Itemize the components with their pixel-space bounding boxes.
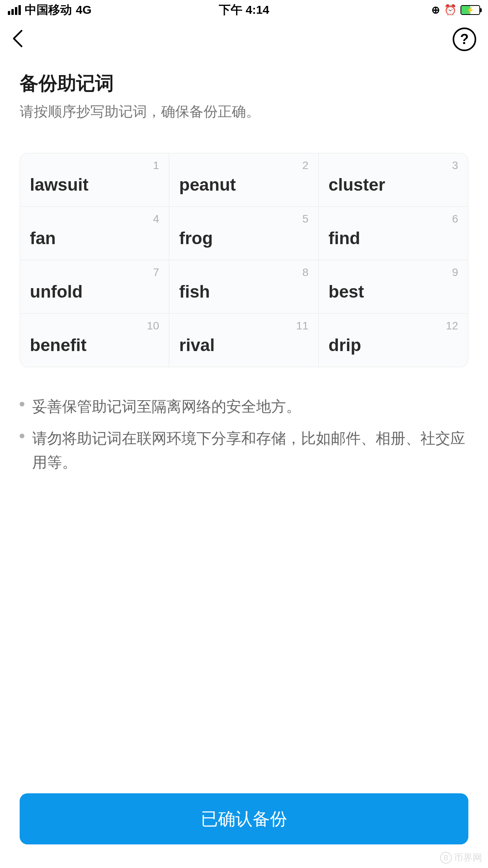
tip-text: 妥善保管助记词至隔离网络的安全地方。: [32, 395, 301, 419]
mnemonic-word: benefit: [30, 335, 159, 355]
mnemonic-word: peanut: [179, 175, 308, 195]
chevron-left-icon: [12, 29, 24, 48]
mnemonic-cell: 9 best: [319, 260, 468, 314]
status-right: ⊕ ⏰ ⚡: [431, 4, 480, 16]
page-title: 备份助记词: [20, 71, 468, 96]
mnemonic-cell: 10 benefit: [20, 314, 169, 367]
battery-icon: ⚡: [460, 5, 480, 15]
mnemonic-cell: 1 lawsuit: [20, 153, 169, 207]
mnemonic-cell: 3 cluster: [319, 153, 468, 207]
status-time: 下午 4:14: [219, 2, 269, 18]
mnemonic-index: 6: [328, 213, 458, 225]
status-bar: 中国移动 4G 下午 4:14 ⊕ ⏰ ⚡: [0, 0, 488, 20]
mnemonic-word: rival: [179, 335, 308, 355]
tip-item: 请勿将助记词在联网环境下分享和存储，比如邮件、相册、社交应用等。: [20, 427, 468, 474]
mnemonic-index: 12: [328, 320, 458, 332]
watermark: B 币界网: [440, 851, 482, 864]
mnemonic-index: 1: [30, 159, 159, 172]
mnemonic-cell: 12 drip: [319, 314, 468, 367]
mnemonic-word: cluster: [328, 175, 458, 195]
signal-icon: [8, 5, 21, 15]
page-header: 备份助记词 请按顺序抄写助记词，确保备份正确。: [0, 59, 488, 137]
mnemonic-index: 2: [179, 159, 308, 172]
mnemonic-index: 9: [328, 266, 458, 279]
help-button[interactable]: ?: [453, 28, 476, 51]
carrier-label: 中国移动: [25, 2, 72, 18]
page-subtitle: 请按顺序抄写助记词，确保备份正确。: [20, 102, 468, 121]
nav-bar: ?: [0, 20, 488, 59]
bullet-icon: [20, 434, 24, 438]
status-left: 中国移动 4G: [8, 2, 92, 18]
mnemonic-word: find: [328, 228, 458, 248]
mnemonic-word: drip: [328, 335, 458, 355]
mnemonic-index: 3: [328, 159, 458, 172]
mnemonic-grid: 1 lawsuit 2 peanut 3 cluster 4 fan 5 fro…: [20, 153, 468, 367]
mnemonic-cell: 6 find: [319, 207, 468, 260]
mnemonic-index: 5: [179, 213, 308, 225]
mnemonic-cell: 2 peanut: [169, 153, 319, 207]
mnemonic-word: unfold: [30, 282, 159, 302]
mnemonic-index: 7: [30, 266, 159, 279]
mnemonic-word: frog: [179, 228, 308, 248]
confirm-backup-button[interactable]: 已确认备份: [20, 793, 468, 844]
bullet-icon: [20, 402, 24, 406]
mnemonic-index: 11: [179, 320, 308, 332]
watermark-text: 币界网: [454, 851, 482, 864]
mnemonic-cell: 4 fan: [20, 207, 169, 260]
orientation-lock-icon: ⊕: [431, 4, 440, 16]
tip-item: 妥善保管助记词至隔离网络的安全地方。: [20, 395, 468, 419]
alarm-icon: ⏰: [444, 4, 457, 16]
mnemonic-cell: 8 fish: [169, 260, 319, 314]
back-button[interactable]: [12, 29, 24, 50]
mnemonic-word: fish: [179, 282, 308, 302]
mnemonic-cell: 11 rival: [169, 314, 319, 367]
mnemonic-word: lawsuit: [30, 175, 159, 195]
tips-section: 妥善保管助记词至隔离网络的安全地方。 请勿将助记词在联网环境下分享和存储，比如邮…: [0, 383, 488, 494]
mnemonic-index: 4: [30, 213, 159, 225]
tip-text: 请勿将助记词在联网环境下分享和存储，比如邮件、相册、社交应用等。: [32, 427, 468, 474]
mnemonic-index: 10: [30, 320, 159, 332]
network-label: 4G: [76, 3, 92, 17]
mnemonic-word: fan: [30, 228, 159, 248]
watermark-icon: B: [440, 852, 452, 864]
mnemonic-cell: 7 unfold: [20, 260, 169, 314]
mnemonic-cell: 5 frog: [169, 207, 319, 260]
mnemonic-index: 8: [179, 266, 308, 279]
mnemonic-word: best: [328, 282, 458, 302]
